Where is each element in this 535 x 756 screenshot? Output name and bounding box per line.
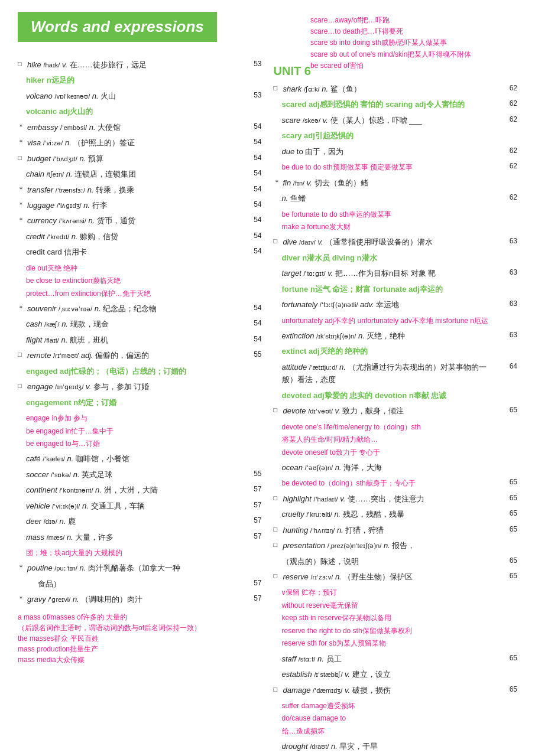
word-main: dive /daɪv/ v. （通常指使用呼吸设备的）潜水 xyxy=(283,237,433,246)
page-number-ref: 65 xyxy=(500,653,517,664)
page-number-ref: 65 xyxy=(500,571,517,582)
word-main: gravy /ˈɡreɪvi/ n. （调味用的）肉汁 xyxy=(27,595,142,604)
annotation-diver: diver n潜水员 diving n潜水 xyxy=(282,253,377,262)
annotation-content: devote one's life/time/energy to（doing）s… xyxy=(282,421,518,458)
page-number-ref: 65 xyxy=(500,508,517,520)
page-number-ref: 54 xyxy=(244,168,262,180)
page-title: Words and expressions xyxy=(31,18,204,36)
word-content: budget /ˈbʌdʒɪt/ n. 预算 xyxy=(27,152,244,165)
page-number-ref: 65 xyxy=(500,477,517,488)
bullet-icon: □ xyxy=(274,684,282,695)
annotation-reserve: v保留 贮存；预订without reserve毫无保留keep sth in … xyxy=(282,588,412,647)
word-content: highlight /ˈhaɪlaɪt/ v. 使……突出，使注意力 xyxy=(283,493,500,505)
page-number-ref: 53 xyxy=(244,58,262,70)
word-main: poutine /puːˈtɪn/ n. 肉汁乳酪薯条（加拿大一种 xyxy=(27,563,180,572)
page-number-ref: 57 xyxy=(244,593,262,605)
main-content: □ hike /haɪk/ v. 在……徒步旅行，远足 53 hiker n远足… xyxy=(18,58,517,756)
list-item: ＊ fin /fɪn/ v. 切去（鱼的）鳍 xyxy=(274,177,518,189)
annotation-scared: scared adj感到恐惧的 害怕的 scaring adj令人害怕的 xyxy=(282,100,465,109)
page-number-ref: 65 xyxy=(500,555,517,567)
word-content: ocean /ˈəʊʃ(ə)n/ n. 海洋，大海 xyxy=(282,461,518,474)
list-item: scary adj引起恐惧的 xyxy=(274,129,518,142)
annotation-due: be due to do sth预期做某事 预定要做某事 xyxy=(282,163,413,171)
word-main: café /ˈkæfeɪ/ n. 咖啡馆，小餐馆 xyxy=(26,454,129,463)
word-main: credit /ˈkredɪt/ n. 赊购，信贷 xyxy=(26,232,118,241)
list-item: due to 由于，因为 62 xyxy=(274,145,518,158)
word-main: luggage /ˈlʌɡɪdʒ/ n. 行李 xyxy=(27,201,108,210)
page-number-ref: 54 xyxy=(244,302,262,314)
annotation-fortune: fortune n运气 命运；财富 fortunate adj幸运的 xyxy=(282,285,443,294)
list-item: □ presentation /ˌprez(ə)nˈteɪʃ(ə)n/ n. 报… xyxy=(274,539,518,552)
page-number-ref: 64 xyxy=(500,361,517,373)
word-content: vehicle /ˈviːɪk(ə)l/ n. 交通工具，车辆 xyxy=(26,500,244,512)
word-content: hunting /ˈhʌntɪŋ/ n. 打猎，狩猎 xyxy=(283,524,500,536)
word-main: reserve /rɪˈzɜːv/ n. （野生生物）保护区 xyxy=(283,572,413,581)
page-number-ref: 62 xyxy=(500,145,517,157)
page-number-ref: 54 xyxy=(244,152,262,164)
scare-annotation-5: be scared of害怕 xyxy=(310,60,517,71)
page-number-ref: 63 xyxy=(500,267,517,279)
star-icon: ＊ xyxy=(18,562,26,572)
word-main: deer /dɪə/ n. 鹿 xyxy=(26,517,76,526)
annotation-green: engaged adj忙碌的；（电话）占线的；订婚的 xyxy=(26,367,186,376)
word-content: remote /rɪˈməʊt/ adj. 偏僻的，偏远的 xyxy=(27,349,244,361)
annotation-damage: suffer damage遭受损坏do/cause damage to给…造成损… xyxy=(282,702,356,735)
word-main: presentation /ˌprez(ə)nˈteɪʃ(ə)n/ n. 报告， xyxy=(283,541,416,550)
word-main: credit card 信用卡 xyxy=(26,247,87,256)
top-annotations-block: scare…away/off把…吓跑 scare…to death把…吓得要死 … xyxy=(310,15,517,71)
word-content: luggage /ˈlʌɡɪdʒ/ n. 行李 xyxy=(27,199,244,211)
page-number-ref: 62 xyxy=(500,98,517,110)
word-content: cruelty /ˈkruːəlti/ n. 残忍，残酷，残暴 xyxy=(282,508,500,520)
list-item: 食品） 57 xyxy=(18,578,262,590)
star-icon: ＊ xyxy=(18,184,26,194)
list-item: ＊ embassy /ˈembəsi/ n. 大使馆 54 xyxy=(18,121,262,133)
word-content: fortunately /ˈfɔːtʃ(ə)nətli/ adv. 幸运地 xyxy=(282,298,500,311)
list-item: hiker n远足的 xyxy=(18,74,262,86)
annotation-devoted: devoted adj挚爱的 忠实的 devotion n奉献 忠诚 xyxy=(282,391,447,400)
page-number-ref: 65 xyxy=(500,493,517,504)
page-number-ref: 62 xyxy=(500,83,517,94)
page-number-ref: 54 xyxy=(244,214,262,226)
page-number-ref: 55 xyxy=(244,349,262,361)
star-icon: ＊ xyxy=(18,136,26,147)
star-icon: ＊ xyxy=(18,214,26,225)
page-number-ref: 54 xyxy=(244,136,262,148)
word-content: embassy /ˈembəsi/ n. 大使馆 xyxy=(27,121,244,133)
word-main: transfer /ˈtrænsfɜː/ n. 转乘，换乘 xyxy=(27,185,134,194)
list-item: □ engage /ɪnˈɡeɪdʒ/ v. 参与，参加 订婚 xyxy=(18,380,262,393)
word-main: highlight /ˈhaɪlaɪt/ v. 使……突出，使注意力 xyxy=(283,494,424,503)
left-column: □ hike /haɪk/ v. 在……徒步旅行，远足 53 hiker n远足… xyxy=(18,58,262,756)
page-number-ref: 54 xyxy=(244,318,262,330)
word-content: volcanic adj火山的 xyxy=(26,105,262,118)
bullet-icon: □ xyxy=(274,83,282,93)
word-content: establish /ɪˈstæblɪʃ/ v. 建立，设立 xyxy=(282,668,518,680)
word-content: credit /ˈkredɪt/ n. 赊购，信贷 xyxy=(26,230,244,243)
word-content: 食品） xyxy=(26,578,244,590)
mass-annotation-block: a mass of/masses of许多的 大量的 （后跟名词作主语时，谓语动… xyxy=(18,612,262,665)
list-item: café /ˈkæfeɪ/ n. 咖啡馆，小餐馆 xyxy=(18,452,262,465)
word-content: shark /ʃɑːk/ n. 鲨（鱼） xyxy=(283,83,500,95)
page-number-ref: 65 xyxy=(500,684,517,696)
word-content: devote /dɪˈvəʊt/ v. 致力，献身，倾注 xyxy=(283,405,500,417)
word-content: scare /skeə/ v. 使（某人）惊恐，吓唬 ___ xyxy=(282,114,500,126)
word-main: establish /ɪˈstæblɪʃ/ v. 建立，设立 xyxy=(282,670,391,679)
scare-annotation-1: scare…away/off把…吓跑 xyxy=(310,15,517,26)
annotation-content: engaged adj忙碌的；（电话）占线的；订婚的 xyxy=(26,365,262,377)
word-content: souvenir /ˌsuːvəˈnɪə/ n. 纪念品；纪念物 xyxy=(27,302,244,315)
word-content: fin /fɪn/ v. 切去（鱼的）鳍 xyxy=(283,177,518,189)
word-content: volcano /vɒlˈkeɪnəʊ/ n. 火山 xyxy=(26,90,244,102)
annotation-fortunate: be fortunate to do sth幸运的做某事make a fortu… xyxy=(282,210,391,231)
word-content: hiker n远足的 xyxy=(26,74,262,86)
page-number-ref: 62 xyxy=(500,161,517,172)
word-main: due to 由于，因为 xyxy=(282,147,344,156)
scare-annotation-4: scare sb out of one's mind/skin把某人吓得魂不附体 xyxy=(310,49,517,60)
page-number-ref: 63 xyxy=(500,330,517,341)
annotation-content: unfortunately adj不幸的 unfortunately adv不幸… xyxy=(282,314,518,327)
page-number-ref: 65 xyxy=(500,405,517,416)
word-main: target /ˈtɑːɡɪt/ v. 把……作为目标n目标 对象 靶 xyxy=(282,269,436,278)
list-item: fortune n运气 命运；财富 fortunate adj幸运的 xyxy=(274,283,518,295)
page-number-ref: 54 xyxy=(244,246,262,258)
word-content: flight /flaɪt/ n. 航班，班机 xyxy=(26,334,244,346)
list-item: credit /ˈkredɪt/ n. 赊购，信贷 54 xyxy=(18,230,262,243)
word-main: souvenir /ˌsuːvəˈnɪə/ n. 纪念品；纪念物 xyxy=(27,304,157,313)
